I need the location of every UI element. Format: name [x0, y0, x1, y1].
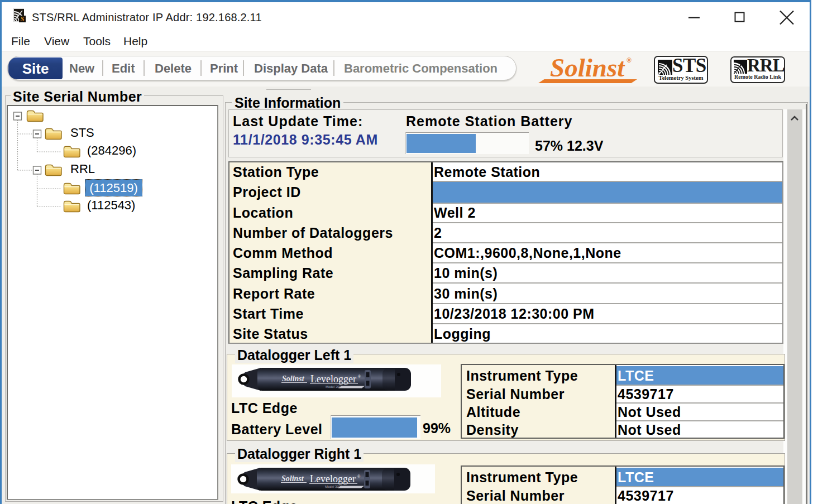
- svg-text:®: ®: [357, 474, 361, 478]
- svg-text:Solinst: Solinst: [281, 474, 304, 483]
- svg-text:Solinst: Solinst: [282, 375, 305, 383]
- svg-text:®: ®: [358, 375, 361, 378]
- svg-text:Levelogger: Levelogger: [310, 373, 356, 385]
- svg-text:Levelogger: Levelogger: [310, 473, 356, 484]
- svg-text:S: S: [21, 15, 25, 23]
